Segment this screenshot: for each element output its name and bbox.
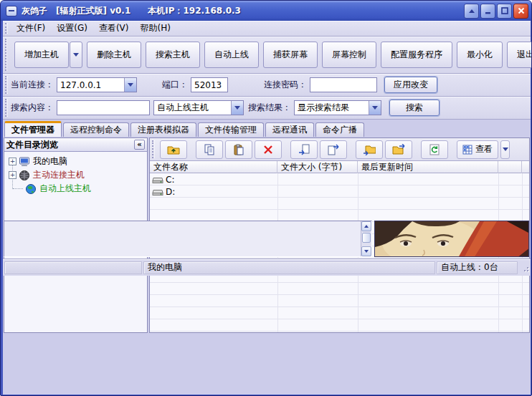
globe-dark-icon bbox=[19, 170, 30, 181]
delete-host-button[interactable]: 删除主机 bbox=[87, 42, 141, 68]
status-bar: 我的电脑 自动上线：0台 bbox=[3, 259, 531, 276]
chevron-down-icon bbox=[73, 53, 79, 57]
menu-view[interactable]: 查看(V) bbox=[93, 21, 135, 36]
menu-help[interactable]: 帮助(H) bbox=[135, 21, 176, 36]
close-button[interactable] bbox=[513, 4, 528, 19]
port-label: 端口： bbox=[162, 79, 188, 91]
screen-control-button[interactable]: 屏幕控制 bbox=[322, 42, 376, 68]
port-input[interactable] bbox=[191, 77, 228, 92]
search-button[interactable]: 搜索 bbox=[389, 100, 440, 116]
scroll-down-button[interactable] bbox=[361, 246, 371, 256]
drive-icon bbox=[152, 175, 163, 184]
search-result-label: 搜索结果： bbox=[248, 102, 291, 114]
combo-arrow-button[interactable] bbox=[124, 78, 136, 92]
view-button[interactable]: 查看 bbox=[457, 140, 498, 159]
search-content-label: 搜索内容： bbox=[11, 102, 54, 114]
chevron-down-icon bbox=[503, 148, 508, 151]
menu-settings[interactable]: 设置(G) bbox=[51, 21, 93, 36]
exit-button[interactable]: 退出 bbox=[507, 42, 532, 68]
copy-button[interactable] bbox=[196, 140, 223, 159]
list-item-drive-d[interactable]: D: bbox=[150, 185, 529, 198]
current-connection-combo[interactable]: 127.0.0.1 bbox=[57, 77, 137, 92]
toolbar-grip bbox=[152, 140, 155, 158]
expand-icon[interactable]: + bbox=[9, 171, 16, 179]
resize-grip[interactable] bbox=[521, 264, 529, 272]
upload-folder-button[interactable] bbox=[385, 140, 412, 159]
password-label: 连接密码： bbox=[264, 79, 307, 91]
search-bar: 搜索内容： 自动上线主机 搜索结果： 显示搜索结果 搜索 bbox=[3, 97, 531, 120]
view-grid-icon bbox=[462, 145, 472, 155]
column-header-filename[interactable]: 文件名称 bbox=[150, 161, 277, 173]
chevron-down-icon bbox=[364, 250, 369, 253]
menu-bar: 文件(F) 设置(G) 查看(V) 帮助(H) bbox=[3, 21, 531, 37]
tab-registry-simulator[interactable]: 注册表模拟器 bbox=[130, 122, 196, 137]
password-input[interactable] bbox=[310, 77, 377, 92]
download-folder-button[interactable] bbox=[356, 140, 383, 159]
maximize-button[interactable] bbox=[497, 4, 512, 19]
column-header-updated[interactable]: 最后更新时间 bbox=[358, 161, 498, 173]
delete-file-button[interactable] bbox=[255, 140, 282, 159]
app-icon-dash bbox=[9, 10, 14, 11]
scroll-up-button[interactable] bbox=[361, 221, 371, 231]
tab-file-transfer[interactable]: 文件传输管理 bbox=[198, 122, 264, 137]
refresh-button[interactable] bbox=[421, 140, 448, 159]
chevron-down-icon bbox=[234, 106, 240, 110]
search-result-combo[interactable]: 显示搜索结果 bbox=[294, 100, 381, 115]
tree-item-auto-online-hosts[interactable]: 自动上线主机 bbox=[9, 182, 147, 195]
list-item-drive-c[interactable]: C: bbox=[150, 173, 529, 185]
scrollbar-thumb[interactable] bbox=[362, 233, 371, 243]
folder-up-icon bbox=[167, 144, 180, 155]
tree-item-label: 我的电脑 bbox=[33, 155, 67, 168]
paste-button[interactable] bbox=[225, 140, 252, 159]
tree-panel-title: 文件目录浏览 bbox=[6, 139, 58, 151]
log-scrollbar[interactable] bbox=[361, 221, 371, 256]
folder-up-button[interactable] bbox=[160, 140, 187, 159]
auto-online-button[interactable]: 自动上线 bbox=[204, 42, 259, 68]
minimize-app-button[interactable]: 最小化 bbox=[457, 42, 503, 68]
config-server-button[interactable]: 配置服务程序 bbox=[381, 42, 452, 68]
tab-remote-control[interactable]: 远程控制命令 bbox=[63, 122, 129, 137]
combo-arrow-button[interactable] bbox=[231, 101, 243, 115]
search-host-button[interactable]: 搜索主机 bbox=[146, 42, 200, 68]
combo-arrow-button[interactable] bbox=[369, 101, 381, 115]
expand-icon[interactable]: + bbox=[9, 158, 16, 165]
tab-command-broadcast[interactable]: 命令广播 bbox=[315, 122, 364, 137]
tree-panel-header: 文件目录浏览 « bbox=[4, 138, 147, 152]
tree-item-active-hosts[interactable]: + 主动连接主机 bbox=[9, 168, 147, 182]
apply-change-button[interactable]: 应用改变 bbox=[384, 77, 437, 93]
delete-icon bbox=[263, 145, 273, 155]
close-icon bbox=[518, 7, 525, 14]
collapse-panel-button[interactable]: « bbox=[134, 140, 145, 150]
current-connection-label: 当前连接： bbox=[11, 79, 54, 91]
app-icon[interactable] bbox=[6, 6, 17, 16]
tab-file-manager[interactable]: 文件管理器 bbox=[4, 121, 62, 137]
capture-screen-button[interactable]: 捕获屏幕 bbox=[263, 42, 318, 68]
upload-file-button[interactable] bbox=[320, 140, 347, 159]
status-section-left bbox=[4, 261, 142, 274]
drive-icon bbox=[152, 188, 163, 196]
window-controls bbox=[464, 4, 528, 19]
copy-icon bbox=[204, 144, 215, 155]
chevron-up-icon bbox=[364, 225, 369, 228]
tree-item-label: 自动上线主机 bbox=[39, 183, 91, 195]
column-header-filesize[interactable]: 文件大小 (字节) bbox=[277, 161, 358, 173]
minimize-button[interactable] bbox=[480, 4, 495, 19]
chevron-down-icon bbox=[372, 106, 378, 110]
connection-bar: 当前连接： 127.0.0.1 端口： 连接密码： 应用改变 bbox=[3, 74, 531, 97]
search-input[interactable] bbox=[57, 100, 150, 115]
search-mode-combo[interactable]: 自动上线主机 bbox=[153, 100, 244, 115]
tree-item-label: 主动连接主机 bbox=[33, 169, 85, 181]
rollup-button[interactable] bbox=[464, 4, 479, 19]
column-header-extra[interactable] bbox=[498, 161, 522, 173]
view-dropdown-button[interactable] bbox=[500, 140, 510, 159]
add-host-button[interactable]: 增加主机 bbox=[14, 42, 69, 68]
menu-file[interactable]: 文件(F) bbox=[11, 21, 51, 36]
add-host-dropdown[interactable] bbox=[70, 42, 82, 68]
status-section-online-count: 自动上线：0台 bbox=[437, 261, 518, 274]
search-mode-value: 自动上线主机 bbox=[154, 102, 231, 114]
window-title: 灰鸽子 [辐射正式版] v0.1 本机IP：192.168.0.3 bbox=[22, 5, 464, 17]
tab-remote-comm[interactable]: 远程通讯 bbox=[265, 122, 314, 137]
tree-item-my-computer[interactable]: + 我的电脑 bbox=[9, 155, 147, 168]
view-button-label: 查看 bbox=[475, 143, 493, 155]
download-file-button[interactable] bbox=[290, 140, 318, 159]
